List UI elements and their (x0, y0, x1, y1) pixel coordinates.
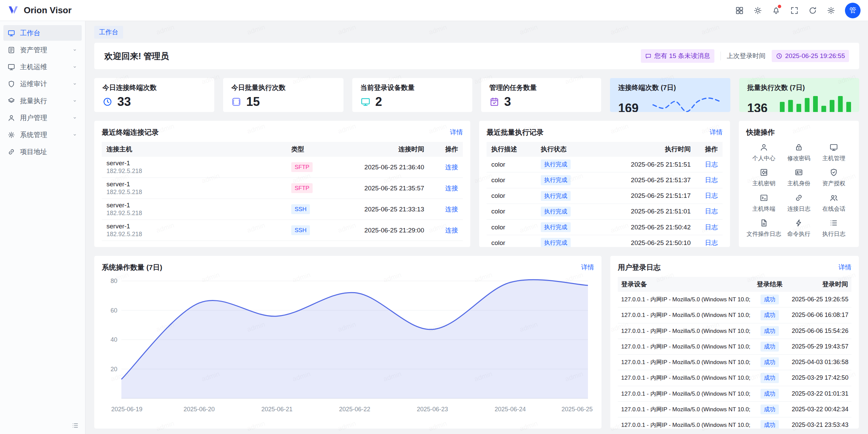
notifications-button[interactable] (768, 3, 784, 18)
quick-action-4[interactable]: 主机身份 (781, 168, 816, 187)
card-title: 最近批量执行记录 (487, 128, 544, 137)
bolt-icon (794, 219, 803, 227)
svg-text:2025-06-19: 2025-06-19 (111, 406, 142, 413)
quick-action-6[interactable]: 主机终端 (746, 193, 781, 213)
sidebar-item-7[interactable]: 项目地址 (3, 144, 82, 159)
login-device: 127.0.0.1 - 内网IP - Mozilla/5.0 (Windows … (618, 401, 751, 417)
table-row: color执行完成2025-06-25 21:51:01日志 (487, 204, 723, 219)
notification-dot (778, 5, 781, 8)
quick-action-7[interactable]: 连接日志 (781, 193, 816, 213)
quick-action-2[interactable]: 主机管理 (816, 143, 851, 162)
result-badge: 成功 (761, 389, 779, 399)
svg-text:80: 80 (111, 278, 117, 284)
overview-button[interactable] (732, 3, 747, 18)
quick-action-11[interactable]: 执行日志 (816, 219, 851, 238)
users-icon (829, 193, 838, 202)
sidebar-item-label: 工作台 (20, 29, 78, 38)
sidebar-item-2[interactable]: 主机运维 (3, 59, 82, 75)
unread-messages-badge[interactable]: 您有 15 条未读消息 (641, 49, 714, 63)
quick-action-10[interactable]: 命令执行 (781, 219, 816, 238)
chevron-down-icon (72, 98, 78, 104)
log-link[interactable]: 日志 (705, 176, 718, 184)
batch-table-head: 执行描述执行状态执行时间操作 (487, 142, 723, 157)
host-name: server-1 (106, 223, 282, 230)
column-header: 操作 (695, 142, 723, 157)
chart-detail-link[interactable]: 详情 (581, 263, 594, 272)
settings-icon (827, 6, 835, 15)
connect-link[interactable]: 连接 (445, 185, 458, 192)
app-title: Orion Visor (24, 5, 72, 16)
stat-label: 当前登录设备数量 (360, 83, 464, 92)
sun-icon (753, 6, 762, 15)
sidebar-item-4[interactable]: 批量执行 (3, 93, 82, 109)
exec-time: 2025-06-25 21:50:10 (600, 235, 695, 247)
sidebar-collapse-button[interactable] (70, 420, 80, 431)
quick-action-9[interactable]: 文件操作日志 (746, 219, 781, 238)
last-login-time-text: 2025-06-25 19:26:55 (785, 52, 845, 60)
stat-label: 今日连接终端次数 (102, 83, 206, 92)
stat-card-1: 今日批量执行次数{ }15 (223, 78, 343, 112)
quick-action-label: 执行日志 (822, 230, 845, 238)
table-row: server-1182.92.5.218SFTP2025-06-25 21:35… (102, 178, 463, 199)
fullscreen-button[interactable] (787, 3, 802, 18)
log-link[interactable]: 日志 (705, 208, 718, 215)
theme-toggle-button[interactable] (750, 3, 766, 18)
sidebar-item-3[interactable]: 运维审计 (3, 76, 82, 92)
connect-link[interactable]: 连接 (445, 206, 458, 213)
sidebar-item-0[interactable]: 工作台 (3, 25, 82, 41)
exec-desc: color (487, 220, 536, 235)
quick-action-5[interactable]: 资产授权 (816, 168, 851, 187)
monitor-icon (829, 143, 838, 152)
column-header: 执行描述 (487, 142, 536, 157)
connect-link[interactable]: 连接 (445, 164, 458, 171)
status-badge: 执行完成 (541, 238, 571, 247)
card-title: 快捷操作 (746, 128, 775, 137)
braces-icon: { } (231, 97, 241, 107)
connect-time: 2025-06-25 21:33:13 (334, 199, 429, 220)
sidebar-item-6[interactable]: 系统管理 (3, 127, 82, 143)
quick-action-0[interactable]: 个人中心 (746, 143, 781, 162)
type-badge: SSH (291, 225, 310, 235)
card-title: 最近终端连接记录 (102, 128, 159, 137)
stat-value: 169 (618, 102, 638, 112)
topbar-actions: 管 (732, 3, 861, 18)
settings-button[interactable] (823, 3, 839, 18)
log-link[interactable]: 日志 (705, 192, 718, 199)
login-time: 2025-06-06 15:54:26 (788, 323, 851, 339)
table-row: 127.0.0.1 - 内网IP - Mozilla/5.0 (Windows … (618, 417, 851, 429)
sidebar-item-5[interactable]: 用户管理 (3, 110, 82, 126)
log-link[interactable]: 日志 (705, 224, 718, 231)
user-avatar[interactable]: 管 (845, 3, 861, 18)
terminal-records-card: 最近终端连接记录 详情 连接主机类型连接时间操作 server-1182.92.… (94, 121, 470, 247)
quick-action-1[interactable]: 修改密码 (781, 143, 816, 162)
svg-text:60: 60 (111, 307, 117, 314)
login-logs-card: 用户登录日志 详情 登录设备登录结果登录时间 127.0.0.1 - 内网IP … (610, 256, 859, 429)
connect-link[interactable]: 连接 (445, 227, 458, 234)
exec-time: 2025-06-25 21:51:17 (600, 188, 695, 204)
brand[interactable]: Orion Visor (7, 4, 72, 17)
terminal-detail-link[interactable]: 详情 (450, 128, 463, 137)
task-icon (489, 97, 499, 107)
quick-action-3[interactable]: 主机密钥 (746, 168, 781, 187)
breadcrumb-item-workbench[interactable]: 工作台 (94, 26, 123, 39)
log-link[interactable]: 日志 (705, 239, 718, 246)
sidebar-item-1[interactable]: 资产管理 (3, 42, 82, 58)
sidebar: 工作台资产管理主机运维运维审计批量执行用户管理系统管理项目地址 (0, 21, 85, 434)
exec-time: 2025-06-25 21:51:01 (600, 204, 695, 219)
task-icon (489, 97, 499, 107)
exec-desc: color (487, 188, 536, 204)
system-operations-chart-card: 系统操作数量 (7日) 详情 204060802025-06-192025-06… (94, 256, 601, 429)
quick-action-8[interactable]: 在线会话 (816, 193, 851, 213)
file-icon (760, 219, 768, 227)
login-device: 127.0.0.1 - 内网IP - Mozilla/5.0 (Windows … (618, 386, 751, 401)
login-detail-link[interactable]: 详情 (839, 263, 851, 272)
login-table-head: 登录设备登录结果登录时间 (618, 277, 851, 292)
batch-detail-link[interactable]: 详情 (710, 128, 723, 137)
log-link[interactable]: 日志 (705, 161, 718, 168)
host-ip: 182.92.5.218 (106, 168, 282, 175)
stat-value: 33 (117, 96, 131, 108)
result-badge: 成功 (761, 357, 779, 367)
sidebar-item-label: 资产管理 (20, 45, 67, 55)
refresh-button[interactable] (805, 3, 821, 18)
table-row: color执行完成2025-06-25 21:51:17日志 (487, 188, 723, 204)
